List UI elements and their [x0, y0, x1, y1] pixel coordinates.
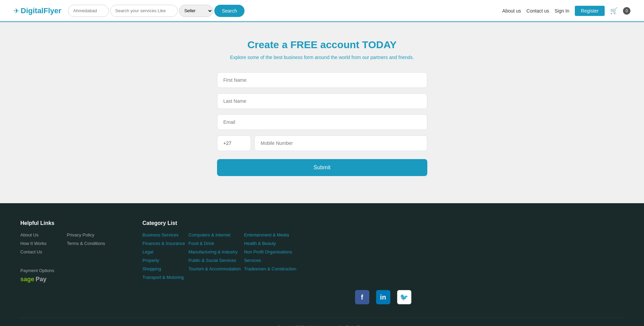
category-col2: Computers & Internet Food & Drink Manufa… — [189, 232, 241, 283]
cat-food-drink[interactable]: Food & Drink — [189, 241, 241, 246]
cat-business-services[interactable]: Business Services — [142, 232, 185, 237]
payment-title: Payment Options — [20, 268, 129, 273]
phone-row — [217, 135, 427, 151]
cat-manufacturing-industry[interactable]: Manufacturing & Industry — [189, 249, 241, 254]
cart-icon[interactable]: 🛒 — [610, 7, 618, 15]
page-title: Create a FREE account TODAY — [7, 39, 637, 51]
cat-shopping[interactable]: Shopping — [142, 266, 185, 271]
first-name-input[interactable] — [217, 72, 427, 88]
signin-link[interactable]: Sign In — [554, 8, 569, 14]
cat-tourism-accommodation[interactable]: Tourism & Accommodation — [189, 266, 241, 271]
contact-us-footer-link[interactable]: Contact Us — [20, 249, 46, 254]
facebook-label: f — [361, 293, 363, 301]
category-columns: Business Services Finances & Insurance L… — [142, 232, 624, 283]
about-us-footer-link[interactable]: About Us — [20, 232, 46, 237]
cat-health-beauty[interactable]: Health & Beauty — [244, 241, 296, 246]
about-us-link[interactable]: About us — [502, 8, 521, 14]
how-it-works-link[interactable]: How It Works — [20, 241, 46, 246]
search-bar: Seller Search — [68, 5, 245, 17]
last-name-input[interactable] — [217, 93, 427, 109]
cat-finances-insurance[interactable]: Finances & Insurance — [142, 241, 185, 246]
cat-tradesmen-construction[interactable]: Tradesmen & Construction — [244, 266, 296, 271]
mobile-number-input[interactable] — [254, 135, 427, 151]
helpful-links-col2: Privacy Policy Terms & Conditions — [67, 232, 105, 258]
social-icons: f in 🐦 — [142, 290, 624, 304]
header: ✈ DigitalFlyer Seller Search About us Co… — [0, 0, 644, 22]
seller-dropdown[interactable]: Seller — [179, 5, 213, 17]
logo-icon: ✈ — [14, 7, 19, 15]
helpful-links-row: About Us How It Works Contact Us Privacy… — [20, 232, 129, 258]
email-input[interactable] — [217, 114, 427, 130]
footer-bottom: Copyright 2018. All rights reserved by D… — [20, 318, 624, 326]
cat-public-social-services[interactable]: Public & Social Services — [189, 258, 241, 263]
category-list-title: Category List — [142, 220, 624, 226]
cat-non-profit[interactable]: Non Profit Organisations — [244, 249, 296, 254]
cat-legal[interactable]: Legal — [142, 249, 185, 254]
helpful-links-section: Helpful Links About Us How It Works Cont… — [20, 220, 129, 304]
nav-links: About us Contact us Sign In Register 🛒 0 — [502, 6, 630, 16]
register-button[interactable]: Register — [575, 6, 605, 16]
footer-top: Helpful Links About Us How It Works Cont… — [20, 220, 624, 304]
search-button[interactable]: Search — [214, 5, 244, 17]
payment-section: Payment Options sage Pay — [20, 268, 129, 283]
logo-area: ✈ DigitalFlyer — [14, 6, 61, 15]
twitter-icon[interactable]: 🐦 — [397, 290, 411, 304]
page-subtitle: Explore some of the best business form a… — [7, 55, 637, 60]
privacy-policy-link[interactable]: Privacy Policy — [67, 232, 105, 237]
linkedin-icon[interactable]: in — [376, 290, 390, 304]
city-input[interactable] — [68, 5, 109, 17]
category-col1: Business Services Finances & Insurance L… — [142, 232, 185, 283]
helpful-links-col1: About Us How It Works Contact Us — [20, 232, 46, 258]
cat-property[interactable]: Property — [142, 258, 185, 263]
cat-computers-internet[interactable]: Computers & Internet — [189, 232, 241, 237]
cat-transport-motoring[interactable]: Transport & Motoring — [142, 275, 185, 280]
category-list-section: Category List Business Services Finances… — [142, 220, 624, 304]
footer: Helpful Links About Us How It Works Cont… — [0, 203, 644, 326]
cat-entertainment-media[interactable]: Entertainment & Media — [244, 232, 296, 237]
facebook-icon[interactable]: f — [355, 290, 369, 304]
category-col3: Entertainment & Media Health & Beauty No… — [244, 232, 296, 283]
terms-conditions-link[interactable]: Terms & Conditions — [67, 241, 105, 246]
logo-text: DigitalFlyer — [21, 6, 61, 15]
linkedin-label: in — [380, 293, 386, 301]
main-content: Create a FREE account TODAY Explore some… — [0, 22, 644, 203]
pay-text: Pay — [36, 276, 46, 283]
cat-services[interactable]: Services — [244, 258, 296, 263]
service-search-input[interactable] — [110, 5, 178, 17]
phone-code-input[interactable] — [217, 135, 251, 151]
helpful-links-title: Helpful Links — [20, 220, 129, 226]
contact-us-link[interactable]: Contact us — [526, 8, 549, 14]
cart-badge[interactable]: 0 — [623, 7, 630, 15]
twitter-label: 🐦 — [400, 293, 408, 301]
sage-pay-logo: sage Pay — [20, 276, 129, 283]
registration-form: Submit — [217, 72, 427, 176]
sage-text: sage — [20, 276, 34, 283]
submit-button[interactable]: Submit — [217, 159, 427, 176]
